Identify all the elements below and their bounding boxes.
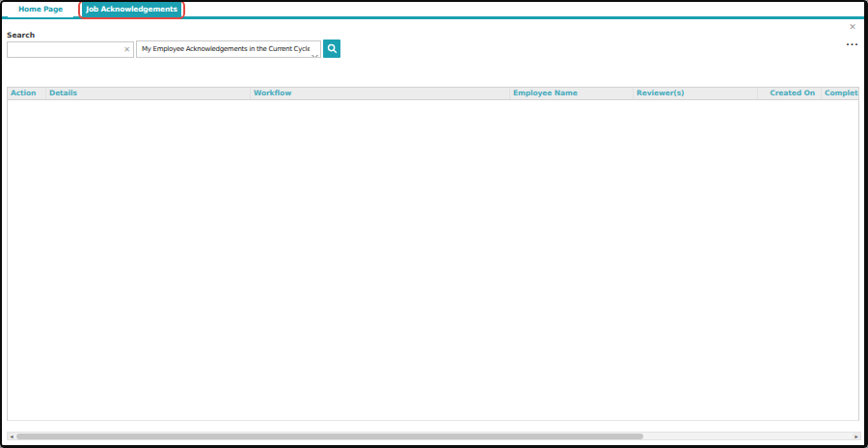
column-header-action[interactable]: Action — [8, 88, 46, 99]
more-options-icon[interactable]: ... — [845, 37, 860, 48]
search-icon — [327, 43, 338, 54]
grid-body-empty — [8, 100, 858, 420]
filter-selected-value: My Employee Acknowledgements in the Curr… — [142, 45, 310, 53]
chevron-down-icon — [311, 46, 319, 55]
search-button[interactable] — [323, 40, 340, 58]
column-header-employee-name[interactable]: Employee Name — [510, 88, 634, 99]
column-header-workflow[interactable]: Workflow — [251, 88, 510, 99]
tab-home-page[interactable]: Home Page — [8, 2, 73, 17]
search-input-wrap: ✕ — [7, 41, 134, 58]
filter-dropdown[interactable]: My Employee Acknowledgements in the Curr… — [136, 40, 321, 58]
column-header-reviewers[interactable]: Reviewer(s) — [634, 88, 758, 99]
column-header-completed-on[interactable]: Completed On — [822, 88, 858, 99]
column-header-created-on[interactable]: Created On — [758, 88, 822, 99]
scroll-left-arrow-icon[interactable]: ◂ — [8, 433, 15, 439]
app-window: Home Page Job Acknowledgements Search ✕ … — [0, 0, 868, 448]
tab-bar: Home Page Job Acknowledgements — [0, 0, 868, 19]
column-header-details[interactable]: Details — [46, 88, 251, 99]
tab-job-acknowledgements[interactable]: Job Acknowledgements — [82, 2, 181, 17]
close-icon[interactable]: ✕ — [845, 22, 860, 34]
clear-search-icon[interactable]: ✕ — [123, 44, 130, 55]
scroll-right-arrow-icon[interactable]: ▸ — [853, 433, 860, 439]
search-input[interactable] — [10, 42, 118, 57]
horizontal-scrollbar[interactable]: ◂ ▸ — [7, 432, 861, 440]
search-label: Search — [7, 31, 35, 40]
grid-header-row: Action Details Workflow Employee Name Re… — [8, 87, 858, 100]
acknowledgements-grid: Action Details Workflow Employee Name Re… — [7, 87, 859, 421]
scrollbar-thumb[interactable] — [16, 434, 643, 439]
